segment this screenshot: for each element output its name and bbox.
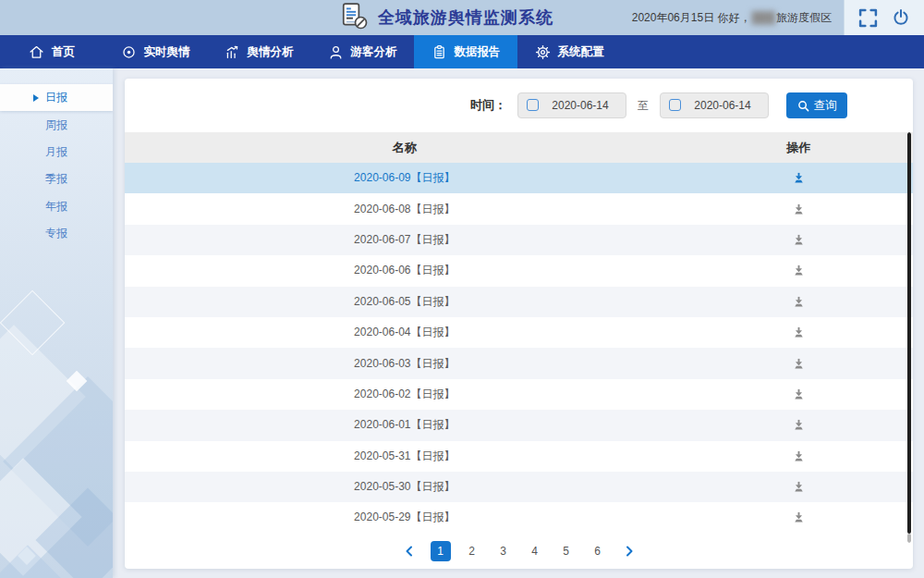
report-name-link[interactable]: 2020-06-09【日报】: [125, 170, 685, 186]
report-name-link[interactable]: 2020-06-02【日报】: [125, 387, 685, 402]
report-name-link[interactable]: 2020-05-30【日报】: [125, 479, 685, 495]
column-header-operation: 操作: [685, 140, 913, 156]
table-row[interactable]: 2020-05-30【日报】: [125, 472, 913, 502]
app-logo-icon: [340, 2, 368, 33]
sidebar-item-special[interactable]: 专报: [0, 220, 113, 247]
calendar-icon: [527, 99, 539, 111]
date-greeting-text: 2020年06月15日 你好，: [632, 10, 751, 26]
nav-label: 系统配置: [558, 44, 604, 60]
brand: 全域旅游舆情监测系统: [340, 0, 553, 35]
table-row[interactable]: 2020-06-04【日报】: [125, 317, 913, 348]
report-name-link[interactable]: 2020-06-04【日报】: [125, 325, 685, 340]
nav-item-visitor[interactable]: 游客分析: [310, 35, 414, 68]
report-name-link[interactable]: 2020-06-07【日报】: [125, 232, 685, 248]
date-filter-bar: 时间： 至 查询: [125, 79, 913, 132]
org-suffix-text: 旅游度假区: [776, 10, 832, 26]
download-icon[interactable]: [793, 419, 805, 431]
download-icon[interactable]: [793, 388, 805, 400]
gear-icon: [535, 44, 551, 60]
report-name-link[interactable]: 2020-06-06【日报】: [125, 263, 685, 278]
report-name-link[interactable]: 2020-05-31【日报】: [125, 449, 685, 464]
main-nav: 首页 实时舆情 舆情分析 游客分析: [0, 35, 924, 68]
table-row[interactable]: 2020-06-05【日报】: [125, 287, 913, 317]
sidebar-menu: 日报 周报 月报 季报 年报 专报: [0, 68, 113, 247]
page-button-6[interactable]: 6: [588, 541, 608, 561]
sidebar-item-yearly[interactable]: 年报: [0, 193, 113, 220]
column-header-name: 名称: [125, 140, 685, 156]
sidebar-item-daily[interactable]: 日报: [0, 84, 113, 111]
page-button-3[interactable]: 3: [493, 541, 514, 561]
sidebar-item-weekly[interactable]: 周报: [0, 111, 113, 138]
table-row[interactable]: 2020-06-02【日报】: [125, 379, 913, 410]
calendar-icon: [669, 99, 681, 111]
app-title: 全域旅游舆情监测系统: [378, 6, 553, 29]
sidebar-item-label: 专报: [45, 226, 67, 241]
report-list-panel: 时间： 至 查询 名称 操作 2020-06-09【日报】 2020-06-08…: [125, 79, 913, 569]
nav-label: 数据报告: [455, 44, 501, 60]
nav-label: 舆情分析: [248, 44, 294, 60]
nav-item-analysis[interactable]: 舆情分析: [207, 35, 310, 68]
download-icon[interactable]: [793, 326, 805, 338]
search-button-label: 查询: [814, 98, 837, 114]
sidebar-item-quarterly[interactable]: 季报: [0, 166, 113, 192]
scrollbar-thumb[interactable]: [907, 132, 911, 534]
report-name-link[interactable]: 2020-06-08【日报】: [125, 202, 685, 217]
nav-label: 首页: [52, 44, 75, 60]
download-icon[interactable]: [793, 264, 805, 277]
sidebar-item-label: 月报: [45, 144, 67, 160]
user-icon: [328, 44, 344, 60]
nav-item-home[interactable]: 首页: [0, 35, 103, 68]
report-name-link[interactable]: 2020-06-03【日报】: [125, 356, 685, 372]
report-name-link[interactable]: 2020-05-29【日报】: [125, 510, 685, 525]
table-row[interactable]: 2020-06-03【日报】: [125, 348, 913, 378]
active-arrow-icon: [33, 94, 39, 102]
table-row[interactable]: 2020-05-29【日报】: [125, 502, 913, 533]
table-row[interactable]: 2020-06-08【日报】: [125, 193, 913, 224]
search-button[interactable]: 查询: [786, 92, 847, 118]
sidebar-item-label: 季报: [45, 171, 67, 187]
report-name-link[interactable]: 2020-06-05【日报】: [125, 294, 685, 310]
page-button-5[interactable]: 5: [556, 541, 577, 561]
search-icon: [797, 100, 809, 112]
sidebar-item-label: 周报: [45, 117, 67, 133]
next-page-icon[interactable]: [619, 541, 639, 561]
top-actions: [844, 0, 924, 35]
table-row[interactable]: 2020-06-09【日报】: [125, 163, 913, 193]
sidebar-item-label: 日报: [45, 90, 67, 105]
download-icon[interactable]: [793, 450, 805, 462]
end-date-box: [660, 92, 769, 118]
chart-icon: [225, 44, 240, 60]
fullscreen-icon[interactable]: [857, 7, 878, 28]
download-icon[interactable]: [793, 481, 805, 493]
download-icon[interactable]: [793, 358, 805, 370]
download-icon[interactable]: [793, 511, 805, 523]
pagination: 1 2 3 4 5 6: [125, 534, 913, 569]
table-row[interactable]: 2020-06-01【日报】: [125, 410, 913, 440]
power-icon[interactable]: [891, 7, 911, 28]
table-row[interactable]: 2020-06-06【日报】: [125, 255, 913, 286]
table-row[interactable]: 2020-05-31【日报】: [125, 441, 913, 472]
masked-org-name: ███: [751, 11, 775, 24]
page-button-1[interactable]: 1: [431, 541, 451, 561]
nav-item-report[interactable]: 数据报告: [414, 35, 517, 68]
user-greeting: 2020年06月15日 你好， ███ 旅游度假区: [632, 0, 832, 35]
page-button-4[interactable]: 4: [525, 541, 545, 561]
scrollbar-track: [907, 534, 911, 543]
download-icon[interactable]: [793, 203, 805, 215]
report-table: 名称 操作 2020-06-09【日报】 2020-06-08【日报】 2020…: [125, 132, 913, 534]
eye-icon: [121, 44, 137, 60]
table-row[interactable]: 2020-06-07【日报】: [125, 225, 913, 255]
download-icon[interactable]: [793, 172, 805, 184]
download-icon[interactable]: [793, 234, 805, 246]
nav-item-settings[interactable]: 系统配置: [517, 35, 621, 68]
page-button-2[interactable]: 2: [462, 541, 482, 561]
sidebar-item-monthly[interactable]: 月报: [0, 139, 113, 166]
start-date-box: [517, 92, 626, 118]
report-name-link[interactable]: 2020-06-01【日报】: [125, 417, 685, 433]
table-scrollbar[interactable]: [907, 132, 911, 543]
prev-page-icon[interactable]: [399, 541, 419, 561]
sidebar-item-label: 年报: [45, 199, 67, 215]
download-icon[interactable]: [793, 296, 805, 308]
report-sidebar: 日报 周报 月报 季报 年报 专报: [0, 68, 113, 578]
nav-item-realtime[interactable]: 实时舆情: [103, 35, 207, 68]
